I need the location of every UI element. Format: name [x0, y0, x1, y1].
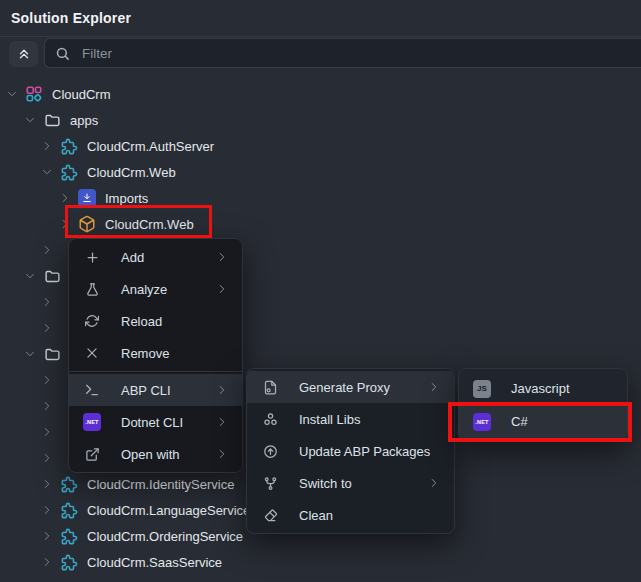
tree-item-apps[interactable]: apps — [0, 107, 641, 133]
chevron-down-icon[interactable] — [22, 346, 38, 362]
submenu-chevron-icon — [216, 416, 228, 428]
menu-item-label: Remove — [121, 346, 228, 361]
submenu-chevron-icon — [428, 381, 440, 393]
chevron-down-icon[interactable] — [39, 164, 55, 180]
module-icon — [59, 552, 79, 572]
imports-icon — [77, 188, 97, 208]
dotnet-badge-icon: .NET — [83, 413, 101, 431]
tree-item-label: CloudCrm — [52, 87, 111, 102]
filter-search-box[interactable] — [44, 38, 641, 68]
chevron-right-icon[interactable] — [39, 294, 55, 310]
filter-input[interactable] — [80, 45, 631, 62]
menu-item-remove[interactable]: Remove — [69, 337, 242, 369]
folder-icon — [42, 266, 62, 286]
menu-item-label: Reload — [121, 314, 228, 329]
menu-item-open-with[interactable]: Open with — [69, 438, 242, 470]
chevron-right-icon[interactable] — [39, 450, 55, 466]
flask-icon — [83, 282, 101, 297]
folder-icon — [42, 110, 62, 130]
menu-item-label: Generate Proxy — [299, 380, 428, 395]
chevron-right-icon[interactable] — [39, 372, 55, 388]
chevron-right-icon[interactable] — [39, 138, 55, 154]
chevron-down-icon[interactable] — [22, 112, 38, 128]
panel-header: Solution Explorer — [0, 0, 641, 37]
tree-item-imports[interactable]: Imports — [0, 185, 641, 211]
tree-item-label: CloudCrm.LanguageService — [87, 503, 250, 518]
menu-item-install-libs[interactable]: Install Libs — [247, 403, 454, 435]
chevron-down-icon[interactable] — [4, 86, 20, 102]
chevron-right-icon[interactable] — [39, 528, 55, 544]
tree-item-label: CloudCrm.SaasService — [87, 555, 222, 570]
open-external-icon — [83, 447, 101, 462]
libs-icon — [261, 412, 279, 427]
tree-item-label: apps — [70, 113, 98, 128]
context-menu: AddAnalyzeReloadRemoveABP CLI.NETDotnet … — [68, 238, 243, 473]
submenu-chevron-icon — [216, 251, 228, 263]
search-icon — [55, 46, 70, 61]
chevron-right-icon[interactable] — [39, 424, 55, 440]
menu-item-label: Add — [121, 250, 216, 265]
tree-item-cloudcrm[interactable]: CloudCrm — [0, 81, 641, 107]
chevron-right-icon[interactable] — [39, 476, 55, 492]
menu-item-generate-proxy[interactable]: Generate Proxy — [247, 371, 454, 403]
plus-icon — [83, 250, 101, 265]
javascript-badge-icon: JS — [473, 380, 491, 398]
panel-title: Solution Explorer — [11, 10, 131, 26]
tree-item-label: CloudCrm.OrderingService — [87, 529, 243, 544]
submenu-chevron-icon — [216, 384, 228, 396]
module-icon — [59, 162, 79, 182]
chevron-right-icon[interactable] — [57, 190, 73, 206]
tree-item-cloudcrm-web[interactable]: CloudCrm.Web — [0, 159, 641, 185]
collapse-all-button[interactable] — [9, 41, 38, 67]
module-icon — [59, 136, 79, 156]
submenu-chevron-icon — [216, 448, 228, 460]
menu-item-label: Javascript — [511, 381, 613, 396]
tree-item-cloudcrm-saasservice[interactable]: CloudCrm.SaasService — [0, 549, 641, 575]
javascript-badge-icon: JS — [473, 380, 491, 398]
menu-item-javascript[interactable]: JSJavascript — [459, 372, 627, 405]
chevron-right-icon[interactable] — [39, 554, 55, 570]
menu-item-dotnet-cli[interactable]: .NETDotnet CLI — [69, 406, 242, 438]
package-icon — [77, 214, 97, 234]
chevron-right-icon[interactable] — [39, 502, 55, 518]
abp-cli-submenu: Generate ProxyInstall LibsUpdate ABP Pac… — [246, 368, 455, 534]
terminal-icon — [83, 382, 101, 398]
csharp-badge-icon: .NET — [473, 413, 491, 431]
menu-item-reload[interactable]: Reload — [69, 305, 242, 337]
menu-item-add[interactable]: Add — [69, 241, 242, 273]
chevron-right-icon[interactable] — [39, 320, 55, 336]
menu-item-label: Switch to — [299, 476, 428, 491]
menu-separator — [69, 371, 242, 372]
menu-item-switch-to[interactable]: Switch to — [247, 467, 454, 499]
menu-item-c[interactable]: .NETC# — [459, 405, 627, 438]
solution-icon — [24, 84, 44, 104]
menu-item-clean[interactable]: Clean — [247, 499, 454, 531]
menu-item-abp-cli[interactable]: ABP CLI — [69, 374, 242, 406]
tree-item-label: CloudCrm.AuthServer — [87, 139, 214, 154]
menu-item-label: Open with — [121, 447, 216, 462]
dotnet-badge-icon: .NET — [83, 413, 101, 431]
branch-icon — [261, 476, 279, 491]
tree-item-label: CloudCrm.Web — [105, 217, 194, 232]
submenu-chevron-icon — [216, 283, 228, 295]
refresh-icon — [83, 314, 101, 328]
double-chevron-up-icon — [17, 47, 31, 61]
tree-item-cloudcrm-web[interactable]: CloudCrm.Web — [0, 211, 641, 237]
file-gear-icon — [261, 380, 279, 395]
menu-item-label: C# — [511, 414, 613, 429]
menu-item-label: Update ABP Packages — [299, 444, 440, 459]
chevron-right-icon[interactable] — [39, 242, 55, 258]
close-icon — [83, 346, 101, 360]
submenu-chevron-icon — [428, 477, 440, 489]
tree-item-cloudcrm-authserver[interactable]: CloudCrm.AuthServer — [0, 133, 641, 159]
menu-item-label: Dotnet CLI — [121, 415, 216, 430]
menu-item-analyze[interactable]: Analyze — [69, 273, 242, 305]
menu-item-update-abp-packages[interactable]: Update ABP Packages — [247, 435, 454, 467]
chevron-down-icon[interactable] — [22, 268, 38, 284]
chevron-right-icon[interactable] — [57, 216, 73, 232]
chevron-right-icon[interactable] — [39, 398, 55, 414]
menu-item-label: ABP CLI — [121, 383, 216, 398]
module-icon — [59, 526, 79, 546]
tree-item-label: CloudCrm.IdentityService — [87, 477, 234, 492]
imports-badge — [78, 189, 96, 207]
